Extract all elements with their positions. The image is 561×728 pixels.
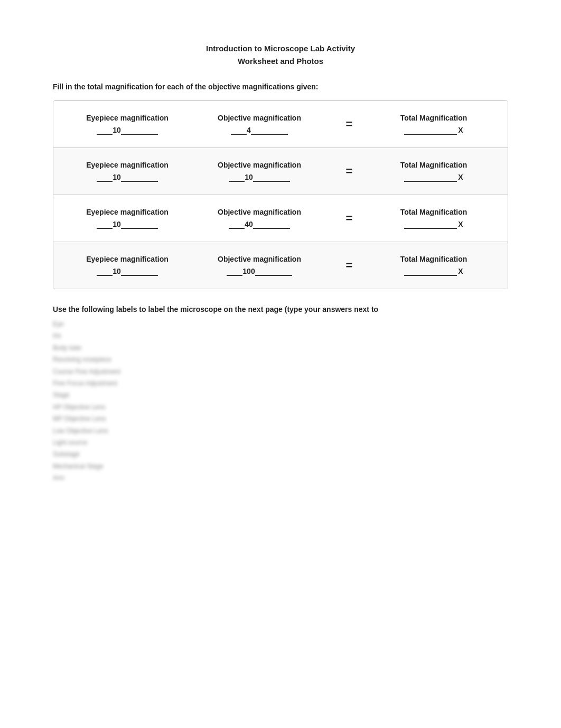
objective-label: Objective magnification [218, 208, 301, 216]
total-label: Total Magnification [400, 255, 467, 263]
eyepiece-underscore-right [121, 219, 158, 229]
total-label: Total Magnification [400, 161, 467, 169]
total-label: Total Magnification [400, 208, 467, 216]
equals-sign: = [346, 259, 353, 272]
magnification-row: Eyepiece magnification 10 Objective magn… [53, 101, 508, 148]
total-value-line: X [404, 219, 463, 229]
eyepiece-label: Eyepiece magnification [86, 114, 169, 122]
equals-cell: = [333, 117, 365, 131]
eyepiece-value-line: 10 [97, 172, 158, 182]
objective-underscore-right [253, 219, 290, 229]
eyepiece-underscore-right [121, 266, 158, 276]
magnification-row: Eyepiece magnification 10 Objective magn… [53, 148, 508, 195]
eyepiece-value: 10 [113, 126, 121, 134]
magnification-row: Eyepiece magnification 10 Objective magn… [53, 195, 508, 242]
objective-value-line: 100 [227, 266, 292, 276]
total-value-line: X [404, 266, 463, 276]
eyepiece-underscore-left [97, 266, 113, 276]
objective-underscore-right [251, 125, 288, 135]
objective-underscore-right [255, 266, 292, 276]
eyepiece-label: Eyepiece magnification [86, 255, 169, 263]
objective-label: Objective magnification [218, 161, 301, 169]
objective-underscore-left [227, 266, 242, 276]
objective-value: 100 [242, 267, 255, 275]
eyepiece-cell: Eyepiece magnification 10 [59, 208, 185, 229]
eyepiece-underscore-left [97, 125, 113, 135]
objective-underscore-left [229, 172, 245, 182]
eyepiece-value-line: 10 [97, 219, 158, 229]
objective-cell: Objective magnification 10 [185, 161, 333, 182]
page-title: Introduction to Microscope Lab Activity … [53, 42, 508, 68]
total-value-line: X [404, 172, 463, 182]
objective-underscore-right [253, 172, 290, 182]
objective-cell: Objective magnification 100 [185, 255, 333, 276]
eyepiece-label: Eyepiece magnification [86, 161, 169, 169]
objective-label: Objective magnification [218, 255, 301, 263]
objective-value-line: 40 [229, 219, 290, 229]
eyepiece-underscore-left [97, 219, 113, 229]
total-cell: Total Magnification X [365, 114, 502, 135]
objective-value-line: 4 [231, 125, 288, 135]
total-x-suffix: X [458, 173, 463, 181]
label-instructions: Use the following labels to label the mi… [53, 305, 508, 314]
eyepiece-cell: Eyepiece magnification 10 [59, 114, 185, 135]
objective-value: 10 [245, 173, 253, 181]
total-label: Total Magnification [400, 114, 467, 122]
total-underscore [404, 172, 457, 182]
equals-sign: = [346, 164, 353, 178]
title-line-2: Worksheet and Photos [53, 55, 508, 68]
eyepiece-label: Eyepiece magnification [86, 208, 169, 216]
eyepiece-value: 10 [113, 220, 121, 228]
objective-underscore-left [231, 125, 247, 135]
total-x-suffix: X [458, 126, 463, 134]
total-underscore [404, 125, 457, 135]
magnification-table: Eyepiece magnification 10 Objective magn… [53, 100, 508, 289]
objective-underscore-left [229, 219, 245, 229]
objective-value: 4 [247, 126, 251, 134]
equals-cell: = [333, 259, 365, 272]
blurred-labels: EyeIrisBody tubeRevolving nosepieceCours… [53, 319, 508, 483]
eyepiece-underscore-right [121, 172, 158, 182]
objective-value: 40 [245, 220, 253, 228]
total-value-line: X [404, 125, 463, 135]
objective-cell: Objective magnification 40 [185, 208, 333, 229]
eyepiece-value: 10 [113, 173, 121, 181]
objective-cell: Objective magnification 4 [185, 114, 333, 135]
total-x-suffix: X [458, 220, 463, 228]
eyepiece-cell: Eyepiece magnification 10 [59, 255, 185, 276]
total-underscore [404, 219, 457, 229]
eyepiece-underscore-right [121, 125, 158, 135]
eyepiece-value-line: 10 [97, 125, 158, 135]
instructions: Fill in the total magnification for each… [53, 82, 508, 91]
total-underscore [404, 266, 457, 276]
equals-cell: = [333, 164, 365, 178]
equals-sign: = [346, 117, 353, 131]
objective-label: Objective magnification [218, 114, 301, 122]
objective-value-line: 10 [229, 172, 290, 182]
total-cell: Total Magnification X [365, 208, 502, 229]
magnification-row: Eyepiece magnification 10 Objective magn… [53, 242, 508, 289]
eyepiece-value-line: 10 [97, 266, 158, 276]
total-cell: Total Magnification X [365, 255, 502, 276]
title-line-1: Introduction to Microscope Lab Activity [53, 42, 508, 55]
eyepiece-underscore-left [97, 172, 113, 182]
total-x-suffix: X [458, 267, 463, 275]
total-cell: Total Magnification X [365, 161, 502, 182]
equals-cell: = [333, 211, 365, 225]
eyepiece-cell: Eyepiece magnification 10 [59, 161, 185, 182]
equals-sign: = [346, 211, 353, 225]
eyepiece-value: 10 [113, 267, 121, 275]
